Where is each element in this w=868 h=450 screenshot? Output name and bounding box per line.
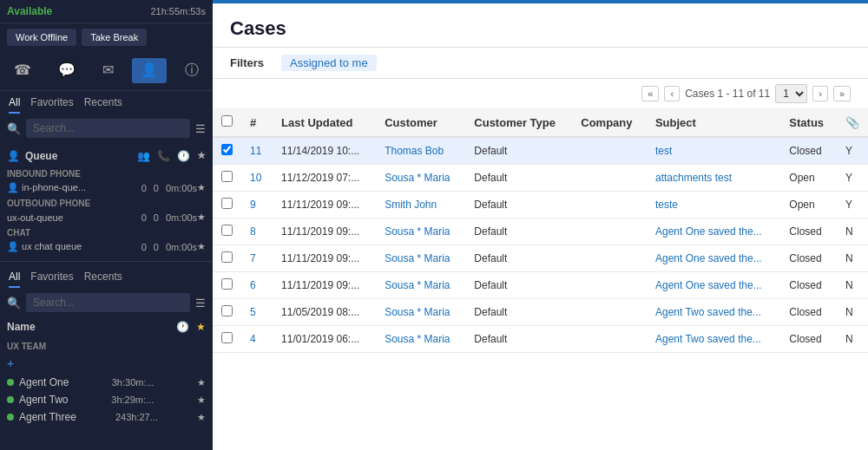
subject-link[interactable]: teste (655, 199, 678, 211)
subject-link[interactable]: Agent One saved the... (655, 279, 762, 291)
sidebar-divider (0, 261, 213, 262)
status-cell: Open (780, 165, 837, 192)
subject-cell: test (647, 137, 780, 165)
filter-icon[interactable]: ☰ (195, 122, 206, 135)
tab-favorites-queue[interactable]: Favorites (30, 96, 73, 114)
subject-cell: teste (647, 192, 780, 218)
customer-link[interactable]: Sousa * Maria (385, 252, 450, 264)
outbound-star[interactable]: ★ (197, 212, 206, 223)
select-all-checkbox[interactable] (221, 115, 233, 127)
agent-three-star[interactable]: ★ (197, 412, 206, 423)
case-num-link[interactable]: 4 (250, 333, 256, 345)
row-checkbox-cell (213, 272, 241, 299)
agent-two-star[interactable]: ★ (197, 395, 206, 406)
customer-link[interactable]: Sousa * Maria (385, 279, 450, 291)
row-checkbox[interactable] (221, 332, 233, 343)
chat-star[interactable]: ★ (197, 241, 206, 252)
inbound-star[interactable]: ★ (197, 182, 206, 193)
first-page-button[interactable]: « (641, 86, 659, 101)
case-num-link[interactable]: 9 (250, 199, 256, 211)
subject-link[interactable]: attachments test (655, 172, 732, 184)
agents-filter-icon[interactable]: ☰ (195, 297, 206, 310)
chat-icon[interactable]: 💬 (49, 58, 84, 83)
main-content: Cases Filters Assigned to me « ‹ Cases 1… (213, 0, 868, 450)
customer-link[interactable]: Sousa * Maria (385, 306, 450, 318)
info-icon[interactable]: ⓘ (176, 58, 207, 83)
last-updated-cell: 11/11/2019 09:... (273, 218, 376, 245)
case-num-cell: 11 (241, 137, 273, 165)
case-num-link[interactable]: 6 (250, 279, 256, 291)
agents-search-input[interactable] (26, 293, 190, 312)
company-cell (572, 137, 647, 165)
email-icon[interactable]: ✉ (94, 58, 122, 83)
filter-assigned-to-me[interactable]: Assigned to me (281, 55, 377, 71)
person-icon[interactable]: 👤 (132, 58, 167, 83)
work-offline-button[interactable]: Work Offline (7, 29, 76, 46)
col-checkbox (213, 108, 241, 137)
queue-star-icon[interactable]: ★ (197, 150, 206, 162)
subject-link[interactable]: Agent Two saved the... (655, 333, 761, 345)
customer-link[interactable]: Sousa * Maria (385, 172, 450, 184)
subject-link[interactable]: Agent Two saved the... (655, 306, 761, 318)
agent-one-star[interactable]: ★ (197, 377, 206, 388)
row-checkbox[interactable] (221, 198, 233, 209)
status-badge: Available (7, 5, 52, 17)
case-num-link[interactable]: 11 (250, 145, 261, 157)
customer-cell: Smith John (376, 192, 465, 218)
agent-one-status-dot (7, 379, 14, 386)
subject-link[interactable]: test (655, 145, 672, 157)
row-checkbox[interactable] (221, 305, 233, 316)
agents-name-header: Name (7, 321, 36, 333)
subject-cell: attachments test (647, 165, 780, 192)
agent-one-left: Agent One (7, 376, 69, 388)
chat-queue-name: 👤 ux chat queue (7, 241, 141, 252)
customer-link[interactable]: Sousa * Maria (385, 225, 450, 238)
subject-link[interactable]: Agent One saved the... (655, 252, 762, 264)
agent-row-two: Agent Two 3h:29m:... ★ (0, 391, 213, 408)
sidebar-header: Available 21h:55m:53s (0, 0, 213, 23)
tab-recents-agents[interactable]: Recents (84, 271, 122, 288)
queue-search-input[interactable] (26, 119, 190, 138)
last-page-button[interactable]: » (833, 86, 851, 101)
last-updated-cell: 11/14/2019 10:... (273, 137, 376, 165)
row-checkbox[interactable] (221, 225, 233, 236)
status-cell: Closed (780, 299, 837, 326)
take-break-button[interactable]: Take Break (82, 29, 147, 46)
header-timer: 21h:55m:53s (150, 6, 206, 16)
row-checkbox-cell (213, 137, 241, 165)
prev-page-button[interactable]: ‹ (664, 86, 680, 101)
case-num-link[interactable]: 10 (250, 172, 261, 184)
phone-icon[interactable]: ☎ (5, 58, 40, 83)
cases-table: # Last Updated Customer Customer Type Co… (213, 108, 868, 353)
customer-cell: Sousa * Maria (376, 299, 465, 326)
extra-cell: Y (837, 137, 868, 165)
last-updated-cell: 11/12/2019 07:... (273, 165, 376, 192)
case-num-link[interactable]: 8 (250, 225, 256, 238)
customer-link[interactable]: Thomas Bob (385, 145, 444, 157)
inbound-label: INBOUND PHONE (7, 166, 206, 180)
tab-all-agents[interactable]: All (9, 271, 20, 288)
add-agent-button[interactable]: + (7, 356, 14, 370)
row-checkbox[interactable] (221, 278, 233, 290)
col-company: Company (572, 108, 647, 137)
row-checkbox[interactable] (221, 144, 233, 155)
case-num-link[interactable]: 7 (250, 252, 256, 264)
row-checkbox[interactable] (221, 251, 233, 263)
last-updated-cell: 11/11/2019 09:... (273, 272, 376, 299)
customer-link[interactable]: Sousa * Maria (385, 333, 450, 345)
page-select[interactable]: 1 (775, 84, 807, 103)
row-checkbox[interactable] (221, 171, 233, 182)
subject-cell: Agent Two saved the... (647, 326, 780, 353)
tab-all-queue[interactable]: All (9, 96, 20, 114)
agent-one-name: Agent One (19, 376, 69, 388)
filters-label: Filters (230, 56, 264, 69)
tab-recents-queue[interactable]: Recents (84, 96, 122, 114)
subject-link[interactable]: Agent One saved the... (655, 225, 762, 238)
next-page-button[interactable]: › (812, 86, 828, 101)
case-num-link[interactable]: 5 (250, 306, 256, 318)
tab-favorites-agents[interactable]: Favorites (30, 271, 73, 288)
table-row: 11 11/14/2019 10:... Thomas Bob Default … (213, 137, 868, 165)
customer-link[interactable]: Smith John (385, 199, 437, 211)
pagination-text: Cases 1 - 11 of 11 (685, 88, 770, 100)
agents-section: All Favorites Recents 🔍 ☰ Name 🕐 ★ UX TE… (0, 265, 213, 450)
